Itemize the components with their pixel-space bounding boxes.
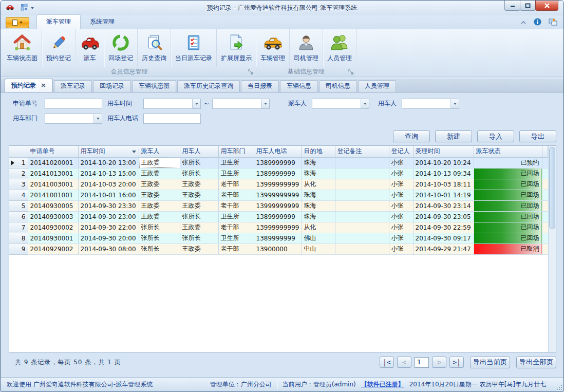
cell[interactable]: 王政委 <box>180 179 218 190</box>
doc-tab-1[interactable]: 派车记录 <box>54 80 92 92</box>
ribbon-tab-dispatch[interactable]: 派车管理 <box>36 14 81 29</box>
cell[interactable] <box>335 222 389 233</box>
cell[interactable]: 1389999999 <box>254 211 302 222</box>
row-indicator[interactable]: 7 <box>9 222 28 233</box>
collapse-ribbon-icon[interactable] <box>520 19 527 26</box>
cell[interactable]: 从化 <box>302 179 335 190</box>
cell[interactable]: 珠海 <box>302 200 335 211</box>
ribbon-tab-system[interactable]: 系统管理 <box>81 15 124 29</box>
cell[interactable]: 2014-09-30 23:00 <box>78 211 139 222</box>
cell[interactable]: 张所长 <box>139 222 180 233</box>
first-page-button[interactable]: |< <box>380 357 394 368</box>
ribbon-button-recycle[interactable]: 回场登记 <box>104 29 138 67</box>
cell[interactable] <box>335 233 389 244</box>
ribbon-button-taxi[interactable]: 车辆管理 <box>256 29 290 67</box>
doc-tab-5[interactable]: 当日报表 <box>241 80 279 92</box>
row-indicator[interactable]: 5 <box>9 200 28 211</box>
doc-tab-0[interactable]: 预约记录× <box>5 79 53 92</box>
cell[interactable]: 2014-10-20 13:00 <box>78 157 139 168</box>
cell[interactable] <box>335 211 389 222</box>
row-indicator[interactable]: 8 <box>9 233 28 244</box>
column-header-4[interactable]: 用车人 <box>180 146 218 157</box>
cell[interactable] <box>335 168 389 179</box>
scrollbar-thumb[interactable] <box>549 147 555 229</box>
doc-tab-7[interactable]: 司机信息 <box>319 80 357 92</box>
cell[interactable]: 佛山 <box>302 233 335 244</box>
cell[interactable]: 王政委 <box>139 179 180 190</box>
cell[interactable]: 2014-10-13 09:34 <box>413 168 474 179</box>
cell[interactable]: 卫生所 <box>218 233 254 244</box>
cell[interactable]: 13900000 <box>254 244 302 254</box>
table-row[interactable]: 9201409290022014-09-30 08:00张所长王政委老干部139… <box>9 244 548 254</box>
column-header-3[interactable]: 派车人 <box>139 146 180 157</box>
cell[interactable]: 王政委 <box>139 157 180 168</box>
cell[interactable]: 张所长 <box>180 211 218 222</box>
dialog-launcher-icon[interactable] <box>348 69 354 75</box>
cell[interactable]: 卫生所 <box>218 168 254 179</box>
cell[interactable]: 卫生所 <box>218 211 254 222</box>
page-number-input[interactable] <box>415 357 429 368</box>
table-row[interactable]: 1201410200012014-10-20 13:00王政委张所长卫生所138… <box>9 157 548 168</box>
status-cell[interactable]: 已取消 <box>474 244 542 254</box>
export-all-pages-button[interactable]: 导出全部页 <box>516 357 556 368</box>
ribbon-button-driver[interactable]: 司机管理 <box>290 29 323 67</box>
row-indicator[interactable]: 9 <box>9 244 28 254</box>
cell[interactable]: 13999999999 <box>254 179 302 190</box>
cell[interactable]: 小张 <box>389 200 413 211</box>
cell[interactable]: 小张 <box>389 211 413 222</box>
status-cell[interactable]: 已预约 <box>474 157 542 168</box>
cell[interactable] <box>335 190 389 200</box>
doc-tab-8[interactable]: 人员管理 <box>358 80 396 92</box>
cell[interactable]: 王政委 <box>139 168 180 179</box>
cell[interactable]: 20140930001 <box>28 233 78 244</box>
status-cell[interactable]: 已回场 <box>474 168 542 179</box>
doc-tab-3[interactable]: 车辆状态图 <box>132 80 176 92</box>
ribbon-button-people[interactable]: 人员管理 <box>323 29 356 67</box>
cell[interactable]: 2014-09-30 22:00 <box>78 222 139 233</box>
maximize-button[interactable] <box>520 1 536 11</box>
column-header-8[interactable]: 登记备注 <box>335 146 389 157</box>
cell[interactable] <box>335 244 389 254</box>
status-cell[interactable]: 已回场 <box>474 211 542 222</box>
chevron-down-icon[interactable] <box>192 99 200 108</box>
table-row[interactable]: 3201410030012014-10-03 20:00王政委王政委老干部139… <box>9 179 548 190</box>
column-header-0[interactable] <box>9 146 28 157</box>
cell[interactable]: 小张 <box>389 244 413 254</box>
cell[interactable]: 老干部 <box>218 190 254 200</box>
cell[interactable]: 2014-09-30 23:30 <box>78 200 139 211</box>
cell[interactable]: 小张 <box>389 233 413 244</box>
cell[interactable]: 20141013001 <box>28 168 78 179</box>
new-button[interactable]: 新建 <box>435 130 472 142</box>
column-header-5[interactable]: 用车部门 <box>218 146 254 157</box>
chevron-down-icon[interactable] <box>31 7 34 11</box>
layout-grid-icon[interactable] <box>21 4 28 12</box>
close-button[interactable] <box>535 1 558 11</box>
cell[interactable]: 2014-10-03 18:11 <box>413 179 474 190</box>
dialog-launcher-icon[interactable] <box>248 69 254 75</box>
cell[interactable]: 王政委 <box>139 190 180 200</box>
status-cell[interactable]: 已回场 <box>474 190 542 200</box>
cell[interactable]: 20141003001 <box>28 179 78 190</box>
cell[interactable]: 1389999999 <box>254 233 302 244</box>
cell[interactable]: 13999999999 <box>254 200 302 211</box>
chevron-down-icon[interactable] <box>450 99 459 108</box>
cell[interactable]: 王政委 <box>139 211 180 222</box>
sort-filter-arrow-icon[interactable] <box>132 151 136 155</box>
application-menu-button[interactable] <box>6 17 29 28</box>
cell[interactable]: 老干部 <box>218 244 254 254</box>
cell[interactable]: 2014-09-30 23:14 <box>413 200 474 211</box>
info-icon[interactable] <box>534 18 541 27</box>
ribbon-button-house[interactable]: 车辆状态图 <box>3 29 42 67</box>
status-cell[interactable]: 已回场 <box>474 179 542 190</box>
table-row[interactable]: 6201409300032014-09-30 23:00王政委张所长卫生所138… <box>9 211 548 222</box>
row-indicator[interactable]: 1 <box>9 157 28 168</box>
cell[interactable]: 王政委 <box>180 222 218 233</box>
cell[interactable]: 小张 <box>389 190 413 200</box>
column-header-1[interactable]: 申请单号 <box>28 146 78 157</box>
ribbon-button-doc-arrow[interactable]: 扩展屏显示 <box>217 29 256 67</box>
cell[interactable]: 2014-09-30 22:59 <box>413 222 474 233</box>
phone-input[interactable] <box>143 114 201 124</box>
cell[interactable]: 中山 <box>302 244 335 254</box>
doc-tab-4[interactable]: 派车历史记录查询 <box>177 80 240 92</box>
cell[interactable]: 1389999999 <box>254 157 302 168</box>
